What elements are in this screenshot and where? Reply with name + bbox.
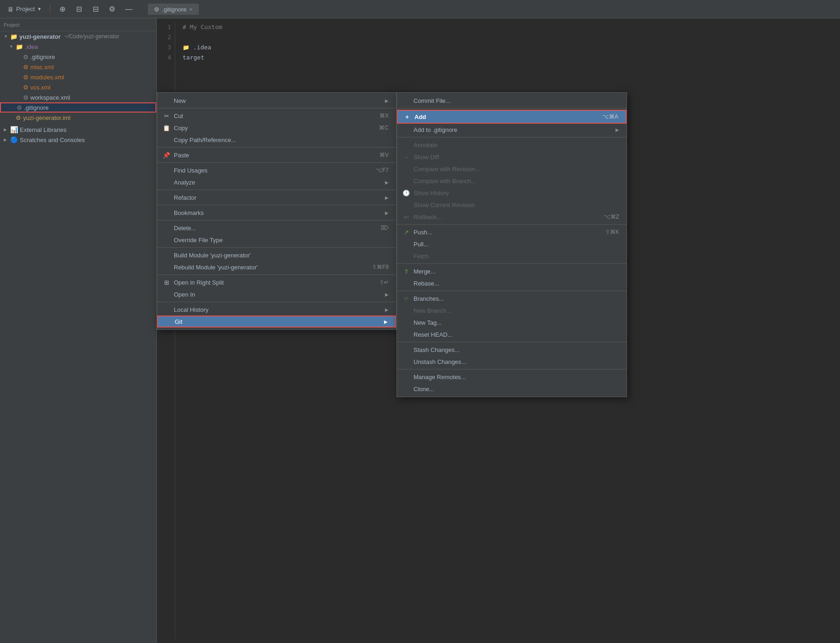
menu-item-cut[interactable]: ✂ Cut ⌘X xyxy=(157,110,396,122)
tab-close-button[interactable]: ✕ xyxy=(189,7,193,12)
menu-item-find-usages[interactable]: Find Usages ⌥F7 xyxy=(157,164,396,176)
show-history-icon: 🕐 xyxy=(402,190,410,196)
idea-label: .idea xyxy=(25,43,38,50)
menu-item-build-module[interactable]: Build Module 'yuzi-generator' xyxy=(157,249,396,261)
git-menu-item-add-to-gitignore[interactable]: Add to .gitignore ▶ xyxy=(397,124,627,136)
tree-item-gitignore-root[interactable]: ▶ ⚙ .gitignore xyxy=(0,102,156,113)
git-sep-7 xyxy=(397,369,627,369)
git-menu-item-unstash-changes[interactable]: Unstash Changes... xyxy=(397,356,627,368)
git-menu-item-new-branch[interactable]: New Branch... xyxy=(397,304,627,316)
manage-remotes-label: Manage Remotes... xyxy=(414,374,466,381)
menu-sep-3 xyxy=(157,162,396,163)
tree-item-misc-xml[interactable]: ▶ ⚙ misc.xml xyxy=(0,62,156,72)
fetch-label: Fetch xyxy=(414,253,429,260)
git-menu-item-push[interactable]: ↗ Push... ⇧⌘K xyxy=(397,226,627,238)
git-menu-item-rebase[interactable]: Rebase... xyxy=(397,277,627,289)
push-icon: ↗ xyxy=(402,229,410,236)
external-libs-chevron: ▶ xyxy=(4,127,8,132)
menu-item-open-right-split[interactable]: ⊞ Open in Right Split ⇧↵ xyxy=(157,276,396,288)
minimize-icon[interactable]: — xyxy=(122,3,135,16)
tree-item-root[interactable]: ▼ 📁 yuzi-generator ~/Code/yuzi-generator xyxy=(0,31,156,42)
git-menu-item-fetch[interactable]: Fetch xyxy=(397,250,627,262)
compare-revision-label: Compare with Revision... xyxy=(414,166,480,173)
menu-item-override-file-type[interactable]: Override File Type xyxy=(157,234,396,246)
commit-file-label: Commit File... xyxy=(414,97,450,104)
settings-icon[interactable]: ⚙ xyxy=(106,3,118,16)
code-comment: # My Custom xyxy=(183,22,222,32)
new-tag-label: New Tag... xyxy=(414,319,442,326)
code-idea: .idea xyxy=(193,42,211,53)
tree-item-workspace-xml[interactable]: ▶ ⚙ workspace.xml xyxy=(0,92,156,102)
menu-item-copy-path[interactable]: Copy Path/Reference... xyxy=(157,134,396,146)
tree-item-vcs-xml[interactable]: ▶ ⚙ vcs.xml xyxy=(0,82,156,92)
tree-item-external-libs[interactable]: ▶ 📊 External Libraries xyxy=(0,125,156,135)
menu-item-bookmarks[interactable]: Bookmarks ▶ xyxy=(157,207,396,219)
toolbar-sep-1 xyxy=(50,5,50,14)
reset-head-label: Reset HEAD... xyxy=(414,331,453,338)
push-shortcut: ⇧⌘K xyxy=(605,229,619,235)
modules-xml-icon: ⚙ xyxy=(23,74,29,81)
rollback-label: Rollback... xyxy=(414,214,442,220)
vcs-xml-icon: ⚙ xyxy=(23,84,29,91)
expand-all-icon[interactable]: ⊟ xyxy=(89,3,102,16)
scratches-label: Scratches and Consoles xyxy=(20,137,85,143)
open-in-label: Open In xyxy=(174,291,195,298)
menu-item-git[interactable]: Git ▶ xyxy=(157,316,396,327)
menu-item-analyze[interactable]: Analyze ▶ xyxy=(157,176,396,188)
git-menu-item-commit-file[interactable]: Commit File... xyxy=(397,95,627,107)
cut-shortcut: ⌘X xyxy=(379,113,389,119)
bookmarks-arrow: ▶ xyxy=(385,210,389,215)
new-arrow: ▶ xyxy=(385,98,389,103)
misc-xml-label: misc.xml xyxy=(30,64,54,71)
git-arrow: ▶ xyxy=(384,319,388,324)
git-menu-item-stash-changes[interactable]: Stash Changes... xyxy=(397,344,627,356)
menu-item-open-in[interactable]: Open In ▶ xyxy=(157,288,396,300)
menu-sep-8 xyxy=(157,274,396,275)
git-menu-item-show-current-revision[interactable]: Show Current Revision xyxy=(397,199,627,211)
tree-item-gitignore-idea[interactable]: ▶ ⚙ .gitignore xyxy=(0,52,156,62)
git-menu-item-show-history[interactable]: 🕐 Show History xyxy=(397,187,627,199)
local-history-label: Local History xyxy=(174,306,208,313)
menu-item-delete[interactable]: Delete... ⌦ xyxy=(157,222,396,234)
git-menu-item-rollback[interactable]: ↩ Rollback... ⌥⌘Z xyxy=(397,211,627,223)
gitignore-tab[interactable]: ⚙ .gitignore ✕ xyxy=(148,4,198,15)
delete-shortcut: ⌦ xyxy=(381,225,389,231)
open-right-split-shortcut: ⇧↵ xyxy=(379,279,389,286)
menu-item-copy[interactable]: 📋 Copy ⌘C xyxy=(157,122,396,134)
tree-item-idea[interactable]: ▼ 📁 .idea xyxy=(0,42,156,52)
git-menu-item-compare-revision[interactable]: Compare with Revision... xyxy=(397,163,627,175)
external-libs-label: External Libraries xyxy=(20,126,66,133)
tree-item-scratches[interactable]: ▶ 🔵 Scratches and Consoles xyxy=(0,135,156,145)
tree-item-yuzi-iml[interactable]: ▶ ⚙ yuzi-generator.iml xyxy=(0,113,156,123)
sidebar: Project ▼ 📁 yuzi-generator ~/Code/yuzi-g… xyxy=(0,18,157,643)
menu-item-paste[interactable]: 📌 Paste ⌘V xyxy=(157,149,396,161)
menu-item-refactor[interactable]: Refactor ▶ xyxy=(157,191,396,203)
menu-sep-9 xyxy=(157,302,396,302)
rebuild-label: Rebuild Module 'yuzi-generator' xyxy=(174,264,258,271)
git-menu-item-show-diff[interactable]: → Show Diff xyxy=(397,151,627,163)
git-menu-item-add[interactable]: + Add ⌥⌘A xyxy=(397,110,627,124)
add-file-icon[interactable]: ⊕ xyxy=(56,3,69,16)
git-menu-item-annotate[interactable]: Annotate xyxy=(397,139,627,151)
branches-icon: ⑂ xyxy=(402,295,410,302)
git-menu-item-new-tag[interactable]: New Tag... xyxy=(397,316,627,328)
git-menu-item-compare-branch[interactable]: Compare with Branch... xyxy=(397,175,627,187)
root-label: yuzi-generator xyxy=(19,33,61,40)
git-menu-item-merge[interactable]: ⇑ Merge... xyxy=(397,265,627,277)
git-menu-item-pull[interactable]: Pull... xyxy=(397,238,627,250)
menu-item-new[interactable]: New ▶ xyxy=(157,95,396,107)
collapse-all-icon[interactable]: ⊟ xyxy=(72,3,85,16)
project-button[interactable]: 🖥 Project ▼ xyxy=(5,4,44,14)
tree-item-modules-xml[interactable]: ▶ ⚙ modules.xml xyxy=(0,72,156,82)
menu-item-local-history[interactable]: Local History ▶ xyxy=(157,304,396,316)
external-libs-icon: 📊 xyxy=(10,126,18,133)
git-menu-item-reset-head[interactable]: Reset HEAD... xyxy=(397,328,627,340)
workspace-xml-label: workspace.xml xyxy=(30,94,70,101)
git-sep-6 xyxy=(397,342,627,342)
project-label: Project xyxy=(16,6,35,12)
git-menu-item-manage-remotes[interactable]: Manage Remotes... xyxy=(397,371,627,383)
code-line-3: 📁 .idea xyxy=(183,42,840,53)
git-menu-item-branches[interactable]: ⑂ Branches... xyxy=(397,292,627,304)
git-menu-item-clone[interactable]: Clone... xyxy=(397,383,627,395)
menu-item-rebuild-module[interactable]: Rebuild Module 'yuzi-generator' ⇧⌘F9 xyxy=(157,261,396,273)
